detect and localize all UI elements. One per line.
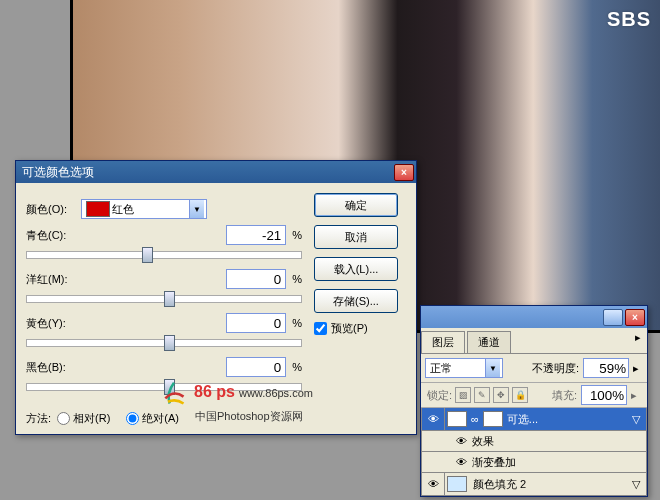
fill-flyout-icon[interactable]: ▸ [627,389,641,402]
tab-layers[interactable]: 图层 [421,331,465,353]
watermark-url: www.86ps.com [239,387,313,399]
chevron-down-icon[interactable]: ▽ [632,413,640,426]
visibility-eye-icon[interactable]: 👁 [422,473,445,495]
layer-row[interactable]: 👁 颜色填充 2 ▽ [421,473,647,496]
lock-all-icon[interactable]: 🔒 [512,387,528,403]
sbs-logo: SBS [607,8,651,31]
link-icon[interactable]: ∞ [471,413,479,425]
layer-name[interactable]: 颜色填充 2 [473,477,526,492]
black-label: 黑色(B): [26,360,81,375]
slider-thumb-icon[interactable] [164,335,175,351]
dialog-title: 可选颜色选项 [22,164,392,181]
black-input[interactable] [226,357,286,377]
watermark-brand: 86 ps [194,383,235,400]
lock-transparency-icon[interactable]: ▨ [455,387,471,403]
magenta-label: 洋红(M): [26,272,81,287]
effect-name: 渐变叠加 [472,455,516,470]
panel-menu-icon[interactable]: ▸ [629,328,647,353]
ok-button[interactable]: 确定 [314,193,398,217]
panel-title [427,310,601,324]
blend-mode-dropdown[interactable]: 正常▼ [425,358,503,378]
fill-input[interactable] [581,385,627,405]
minimize-icon[interactable] [603,309,623,326]
panel-tabs: 图层 通道 ▸ [421,328,647,354]
fill-layer-icon [447,476,467,492]
selective-color-dialog: 可选颜色选项 × 颜色(O): 红色 ▼ 青色(C): % 洋红(M): % 黄… [15,160,417,435]
save-button[interactable]: 存储(S)... [314,289,398,313]
layer-effect-item[interactable]: 👁 渐变叠加 [421,452,647,473]
slider-thumb-icon[interactable] [164,291,175,307]
visibility-eye-icon[interactable]: 👁 [422,408,445,430]
tab-channels[interactable]: 通道 [467,331,511,353]
dialog-titlebar[interactable]: 可选颜色选项 × [16,161,416,183]
lock-position-icon[interactable]: ✥ [493,387,509,403]
layer-effects-row[interactable]: 👁 效果 [421,431,647,452]
layer-row[interactable]: 👁 ◑ ∞ 可选... ▽ [421,408,647,431]
cyan-label: 青色(C): [26,228,81,243]
lock-label: 锁定: [427,388,452,403]
opacity-input[interactable] [583,358,629,378]
preview-checkbox[interactable]: 预览(P) [314,321,406,336]
visibility-eye-icon[interactable]: 👁 [450,452,472,472]
magenta-input[interactable] [226,269,286,289]
layer-name[interactable]: 可选... [507,412,538,427]
opacity-flyout-icon[interactable]: ▸ [629,362,643,375]
color-swatch-icon [86,201,110,217]
yellow-slider[interactable] [26,339,302,347]
colors-dropdown[interactable]: 红色 ▼ [81,199,207,219]
close-icon[interactable]: × [625,309,645,326]
relative-radio[interactable]: 相对(R) [51,411,110,426]
percent-unit: % [292,229,302,241]
visibility-eye-icon[interactable]: 👁 [450,431,472,451]
cyan-input[interactable] [226,225,286,245]
chevron-down-icon[interactable]: ▼ [189,200,204,218]
chevron-down-icon[interactable]: ▽ [632,478,640,491]
watermark-logo-icon [161,381,187,407]
close-icon[interactable]: × [394,164,414,181]
cancel-button[interactable]: 取消 [314,225,398,249]
preview-checkbox-input[interactable] [314,322,327,335]
adjustment-layer-icon: ◑ [447,411,467,427]
color-name: 红色 [112,202,134,217]
chevron-down-icon[interactable]: ▼ [485,359,500,377]
fill-label: 填充: [552,388,577,403]
layer-list: 👁 ◑ ∞ 可选... ▽ 👁 效果 👁 渐变叠加 👁 颜色填充 2 ▽ [421,408,647,496]
colors-label: 颜色(O): [26,202,81,217]
method-label: 方法: [26,411,51,426]
magenta-slider[interactable] [26,295,302,303]
effects-label: 效果 [472,434,494,449]
cyan-slider[interactable] [26,251,302,259]
yellow-input[interactable] [226,313,286,333]
layer-mask-icon[interactable] [483,411,503,427]
opacity-label: 不透明度: [532,361,579,376]
yellow-label: 黄色(Y): [26,316,81,331]
slider-thumb-icon[interactable] [142,247,153,263]
panel-titlebar[interactable]: × [421,306,647,328]
watermark-sub: 中国Photoshop资源网 [195,409,313,424]
layers-panel: × 图层 通道 ▸ 正常▼ 不透明度:▸ 锁定: ▨ ✎ ✥ 🔒 填充: ▸ 👁… [420,305,648,497]
load-button[interactable]: 载入(L)... [314,257,398,281]
lock-pixels-icon[interactable]: ✎ [474,387,490,403]
watermark: 86 pswww.86ps.com 中国Photoshop资源网 [161,381,313,424]
